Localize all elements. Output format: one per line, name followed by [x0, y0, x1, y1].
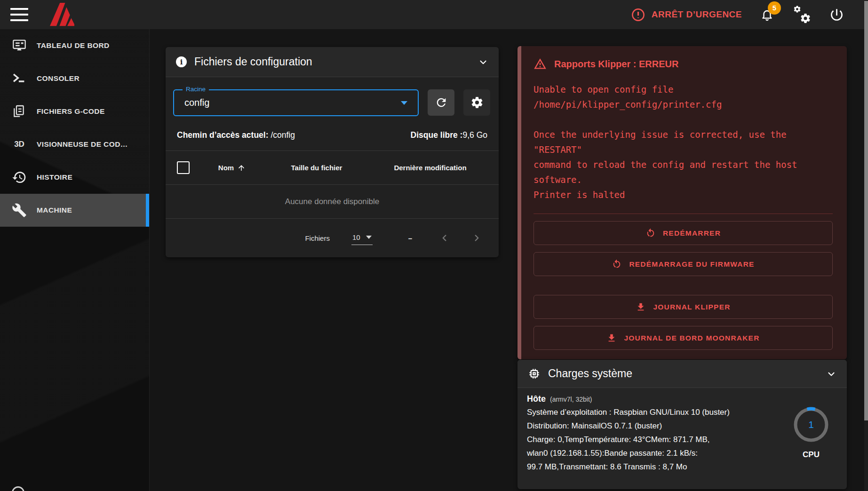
per-page-caret-icon [366, 236, 372, 239]
klipper-error-panel: Rapports Klipper : ERREUR Unable to open… [518, 46, 847, 359]
sidebar-item-label: FICHIERS G-CODE [37, 107, 105, 116]
root-select[interactable]: Racine config [173, 89, 419, 116]
sidebar-item-gcode-viewer[interactable]: 3D VISIONNEUSE DE COD… [0, 128, 149, 161]
restart-button-label: REDÉMARRER [663, 229, 721, 238]
power-button[interactable] [829, 7, 844, 23]
system-loads-body: Hôte (armv7l, 32bit) Système d’exploitat… [518, 388, 847, 480]
sidebar-item-machine[interactable]: MACHINE [0, 194, 149, 227]
collapse-chevron-icon[interactable] [826, 369, 836, 379]
gcode-files-icon [11, 103, 27, 119]
sidebar-item-label: VISIONNEUSE DE COD… [37, 140, 128, 149]
error-line: Once the underlying issue is corrected, … [534, 127, 833, 142]
cpu-gauge-label: CPU [803, 450, 820, 459]
disk-free: Disque libre :9,6 Go [411, 130, 487, 140]
refresh-button[interactable] [428, 89, 454, 116]
dashboard-icon [11, 38, 27, 54]
settings-button[interactable] [793, 6, 810, 23]
restart-icon [645, 228, 656, 238]
gcode-viewer-3d-icon: 3D [11, 136, 27, 152]
error-line: Unable to open config file [534, 82, 833, 97]
previous-page-button[interactable] [439, 233, 450, 243]
download-icon [636, 302, 646, 312]
error-line: Printer is halted [534, 187, 833, 202]
firmware-restart-button[interactable]: REDÉMARRAGE DU FIRMWARE [534, 252, 833, 276]
next-page-button[interactable] [471, 233, 482, 243]
pagination-range: – [408, 234, 412, 242]
restart-button[interactable]: REDÉMARRER [534, 221, 833, 245]
sidebar-item-label: MACHINE [37, 206, 72, 214]
column-header-name[interactable]: Nom [204, 164, 260, 172]
system-loads-header: Charges système [518, 360, 847, 388]
emergency-stop-button[interactable]: ARRÊT D’URGENCE [631, 8, 742, 22]
warning-triangle-icon [534, 57, 547, 71]
gear-icon [470, 96, 484, 109]
root-select-row: Racine config [166, 77, 499, 124]
current-path: Chemin d’accès actuel: /config [177, 130, 295, 140]
download-icon [606, 333, 617, 343]
alert-circle-icon [631, 8, 645, 22]
console-icon [11, 71, 27, 87]
klipper-log-button-label: JOURNAL KLIPPER [653, 303, 730, 311]
emergency-stop-label: ARRÊT D’URGENCE [652, 9, 742, 20]
disk-free-value: 9,6 Go [462, 130, 487, 140]
topbar-actions: ARRÊT D’URGENCE 5 [631, 6, 844, 23]
mainsail-logo-icon[interactable] [49, 2, 75, 27]
top-bar: ARRÊT D’URGENCE 5 [0, 0, 868, 29]
sidebar-item-gcode-files[interactable]: FICHIERS G-CODE [0, 95, 149, 128]
notification-badge: 5 [768, 1, 781, 15]
select-all-checkbox[interactable] [177, 161, 190, 174]
root-select-label: Racine [183, 86, 209, 93]
host-label: Hôte [527, 394, 546, 404]
sidebar-item-console[interactable]: CONSOLER [0, 62, 149, 95]
sidebar-item-dashboard[interactable]: TABLEAU DE BORD [0, 29, 149, 62]
cpu-load-gauge: 1 CPU [788, 405, 834, 459]
column-header-size[interactable]: Taille du fichier [260, 164, 373, 172]
firmware-restart-button-label: REDÉMARRAGE DU FIRMWARE [629, 260, 754, 269]
cpu-chip-icon [528, 367, 541, 380]
scrollbar-thumb[interactable] [864, 1, 868, 420]
sidebar-item-label: HISTOIRE [37, 173, 72, 182]
cog-large-icon [800, 13, 811, 24]
scrollbar-track[interactable] [864, 0, 868, 491]
info-icon: i [176, 56, 187, 67]
cpu-gauge-ring: 1 [791, 405, 831, 444]
klipper-log-button[interactable]: JOURNAL KLIPPER [534, 295, 833, 319]
sidebar-nav: TABLEAU DE BORD CONSOLER FICHIERS G-CODE… [0, 29, 150, 491]
per-page-value: 10 [352, 233, 360, 241]
disk-free-label: Disque libre : [411, 130, 463, 140]
error-line: /home/pi/klipper_config/printer.cfg [534, 97, 833, 112]
sort-ascending-icon [237, 164, 246, 172]
config-panel-title: Fichiers de configuration [194, 55, 312, 68]
restart-icon [612, 259, 622, 269]
klipper-error-title: Rapports Klipper : ERREUR [554, 59, 678, 70]
cog-small-icon [793, 5, 801, 13]
file-table-header: Nom Taille du fichier Dernière modificat… [166, 151, 499, 185]
error-line: software. [534, 172, 833, 187]
config-panel-header: i Fichiers de configuration [166, 47, 499, 77]
host-line: Hôte (armv7l, 32bit) [527, 394, 837, 404]
history-icon [11, 169, 27, 185]
config-files-panel: i Fichiers de configuration Racine confi… [166, 47, 499, 257]
refresh-icon [435, 96, 448, 109]
per-page-select[interactable]: 10 [351, 231, 373, 245]
column-name-label: Nom [218, 164, 234, 172]
power-icon [829, 7, 844, 23]
system-loads-panel: Charges système Hôte (armv7l, 32bit) Sys… [518, 360, 847, 489]
error-line: command to reload the config and restart… [534, 157, 833, 172]
root-select-value: config [184, 97, 209, 108]
current-path-value: /config [271, 130, 295, 140]
hamburger-menu-icon[interactable] [10, 8, 28, 22]
wrench-icon [11, 202, 27, 218]
collapse-chevron-icon[interactable] [478, 57, 488, 67]
notifications-button[interactable]: 5 [760, 8, 774, 22]
column-header-modified[interactable]: Dernière modification [373, 164, 487, 172]
table-pagination: Fichiers 10 – [166, 219, 499, 257]
file-settings-button[interactable] [463, 89, 490, 116]
host-architecture: (armv7l, 32bit) [550, 396, 592, 403]
traffic-line: 99.7 MB,Transmettant: 8.6 Transmis : 8,7… [527, 460, 837, 474]
moonraker-log-button[interactable]: JOURNAL DE BORD MOONRAKER [534, 326, 833, 350]
sidebar-item-history[interactable]: HISTOIRE [0, 161, 149, 194]
divider [534, 214, 833, 214]
sidebar-item-label: CONSOLER [37, 74, 80, 83]
error-line [534, 112, 833, 127]
